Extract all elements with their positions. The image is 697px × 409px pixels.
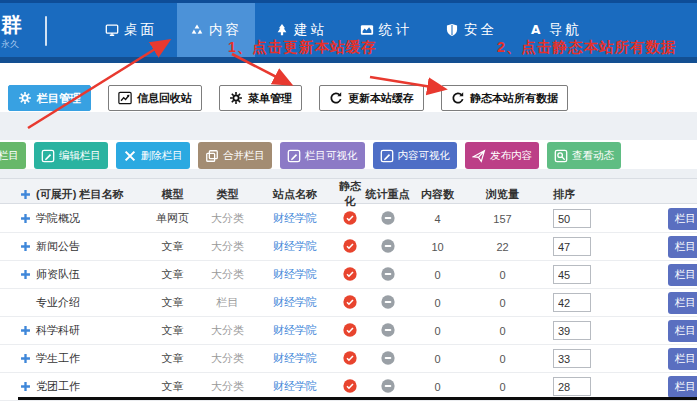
model-cell: 单网页 — [145, 211, 200, 226]
table-row: 科学科研文章大分类财经学院00栏目 — [0, 317, 697, 345]
static-cell — [335, 295, 365, 311]
button-label: 编辑栏目 — [59, 149, 101, 163]
expand-row-icon[interactable] — [20, 241, 31, 252]
info-recycle-bin-button[interactable]: 信息回收站 — [108, 85, 202, 111]
model-cell: 文章 — [145, 239, 200, 254]
expand-all-plus-icon[interactable] — [20, 189, 31, 200]
row-action-cell: 栏目 — [615, 320, 697, 342]
edit-icon — [287, 149, 301, 163]
expand-row-icon[interactable] — [20, 269, 31, 280]
expand-row-icon[interactable] — [20, 353, 31, 364]
button-label: 栏目可视化 — [305, 149, 358, 163]
nav-item-label: 导航 — [549, 21, 582, 39]
content-count-cell: 0 — [410, 269, 465, 281]
column-name: 科学科研 — [36, 323, 80, 338]
recycle-icon — [190, 23, 204, 37]
view-activity-button[interactable]: 查看动态 — [547, 142, 621, 169]
copy-icon — [205, 149, 219, 163]
expand-row-icon[interactable] — [20, 325, 31, 336]
sort-input[interactable] — [553, 293, 591, 312]
type-cell: 大分类 — [200, 211, 255, 226]
site-name-link[interactable]: 财经学院 — [255, 267, 335, 282]
column-name: 专业介绍 — [36, 295, 80, 310]
column-manage-button[interactable]: 栏目管理 — [8, 85, 91, 111]
table-row: 师资队伍文章大分类财经学院00栏目 — [0, 261, 697, 289]
content-count-cell: 0 — [410, 325, 465, 337]
site-name-link[interactable]: 财经学院 — [255, 379, 335, 394]
close-icon — [123, 149, 137, 163]
desktop-icon — [105, 23, 119, 37]
static-all-data-button[interactable]: 静态本站所有数据 — [441, 85, 568, 111]
gear-icon — [229, 91, 243, 105]
stat-focus-cell — [365, 211, 410, 227]
column-name-cell: 科学科研 — [0, 323, 145, 338]
column-visualize-button[interactable]: 栏目可视化 — [280, 142, 365, 169]
row-column-button[interactable]: 栏目 — [668, 376, 697, 398]
copy-column-button[interactable]: 复制栏目 — [0, 142, 26, 169]
minus-circle-icon — [381, 379, 395, 393]
svg-text:A: A — [531, 23, 543, 37]
stat-focus-cell — [365, 379, 410, 395]
logo-title: 群 — [1, 11, 22, 39]
sort-input[interactable] — [553, 321, 591, 340]
site-name-link[interactable]: 财经学院 — [255, 323, 335, 338]
content-visualize-button[interactable]: 内容可视化 — [373, 142, 458, 169]
model-cell: 文章 — [145, 351, 200, 366]
button-label: 发布内容 — [490, 149, 532, 163]
sort-cell — [540, 321, 615, 340]
publish-content-button[interactable]: 发布内容 — [465, 142, 539, 169]
row-column-button[interactable]: 栏目 — [668, 292, 697, 314]
delete-column-button[interactable]: 删除栏目 — [116, 142, 190, 169]
button-label: 查看动态 — [572, 149, 614, 163]
edit-column-button[interactable]: 编辑栏目 — [34, 142, 108, 169]
row-column-button[interactable]: 栏目 — [668, 264, 697, 286]
update-site-cache-button[interactable]: 更新本站缓存 — [319, 85, 424, 111]
row-column-button[interactable]: 栏目 — [668, 208, 697, 230]
merge-column-button[interactable]: 合并栏目 — [198, 142, 272, 169]
row-column-button[interactable]: 栏目 — [668, 348, 697, 370]
shield-icon — [445, 23, 459, 37]
refresh-icon — [329, 91, 343, 105]
expand-row-icon[interactable] — [20, 213, 31, 224]
row-column-button[interactable]: 栏目 — [668, 320, 697, 342]
nav-item-label: 内容 — [209, 21, 242, 39]
menu-manage-button[interactable]: 菜单管理 — [219, 85, 302, 111]
type-cell: 大分类 — [200, 239, 255, 254]
site-name-link[interactable]: 财经学院 — [255, 295, 335, 310]
row-column-button[interactable]: 栏目 — [668, 236, 697, 258]
gray-band — [0, 112, 697, 140]
cms-column-manager: 群 永久 桌面内容建站统计安全A导航 1、点击更新本站缓存 2、点击静态本站所有… — [0, 0, 697, 409]
button-label: 栏目管理 — [37, 91, 81, 106]
nav-item-label: 建站 — [294, 21, 327, 39]
sort-input[interactable] — [553, 265, 591, 284]
stat-focus-cell — [365, 295, 410, 311]
gear-icon — [18, 91, 32, 105]
site-name-link[interactable]: 财经学院 — [255, 351, 335, 366]
stat-focus-cell — [365, 267, 410, 283]
row-action-cell: 栏目 — [615, 208, 697, 230]
content-count-cell: 0 — [410, 353, 465, 365]
table-body: 学院概况单网页大分类财经学院4157栏目新闻公告文章大分类财经学院1022栏目师… — [0, 205, 697, 401]
tree-icon — [275, 23, 289, 37]
button-label: 信息回收站 — [137, 91, 192, 106]
toolbar: 栏目管理信息回收站菜单管理更新本站缓存静态本站所有数据 — [8, 85, 568, 111]
col-header-sort: 排序 — [540, 187, 615, 202]
sort-input[interactable] — [553, 349, 591, 368]
sort-input[interactable] — [553, 209, 591, 228]
check-circle-icon — [343, 323, 357, 337]
expand-row-icon[interactable] — [20, 381, 31, 392]
static-cell — [335, 211, 365, 227]
site-name-link[interactable]: 财经学院 — [255, 239, 335, 254]
views-cell: 0 — [465, 269, 540, 281]
site-name-link[interactable]: 财经学院 — [255, 211, 335, 226]
sort-input[interactable] — [553, 377, 591, 396]
chart-icon — [360, 23, 374, 37]
button-label: 静态本站所有数据 — [470, 91, 558, 106]
nav-item-desktop[interactable]: 桌面 — [92, 3, 170, 57]
views-cell: 22 — [465, 241, 540, 253]
column-name: 党团工作 — [36, 379, 80, 394]
model-cell: 文章 — [145, 379, 200, 394]
sort-input[interactable] — [553, 237, 591, 256]
column-name: 师资队伍 — [36, 267, 80, 282]
minus-circle-icon — [381, 351, 395, 365]
